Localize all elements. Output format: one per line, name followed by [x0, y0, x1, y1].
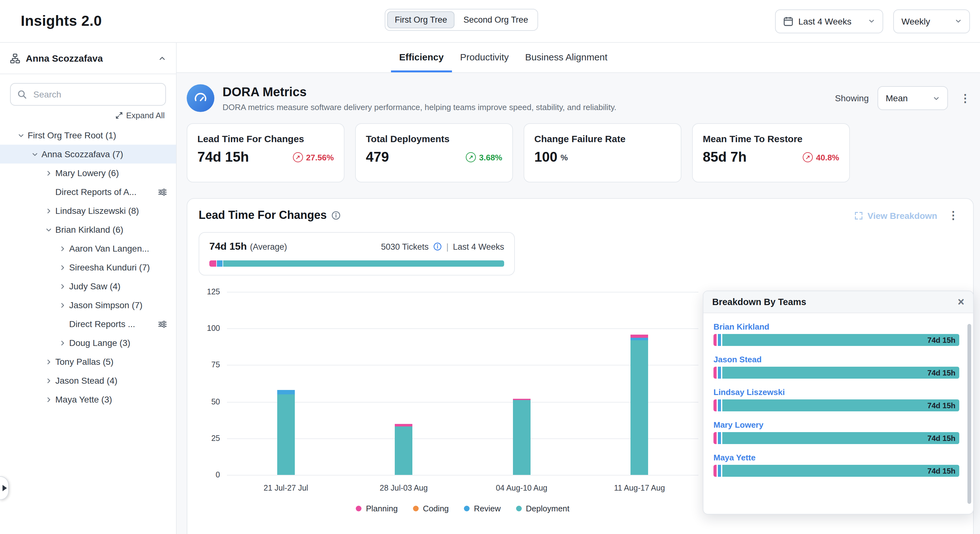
app-title: Insights 2.0 [21, 13, 102, 30]
team-stacked-bar: 74d 15h [713, 334, 959, 346]
tree-item[interactable]: Anna Scozzafava (7) [0, 145, 176, 164]
chevron-right-icon[interactable] [57, 281, 68, 291]
tree-item[interactable]: Brian Kirkland (6) [0, 220, 176, 239]
chevron-down-icon[interactable] [29, 149, 40, 159]
bar-segment-deployment: 74d 15h [722, 465, 959, 477]
summary-divider: | [446, 242, 449, 251]
legend-item: Planning [356, 504, 398, 513]
top-header: Insights 2.0 First Org TreeSecond Org Tr… [0, 0, 980, 43]
x-axis-label: 11 Aug-17 Aug [592, 484, 687, 493]
tree-item[interactable]: Sireesha Kunduri (7) [0, 258, 176, 277]
tree-item[interactable]: First Org Tree Root (1) [0, 126, 176, 145]
legend-label: Coding [423, 504, 449, 513]
tree-item-label: Jason Simpson (7) [69, 300, 142, 310]
y-axis-tick-label: 25 [199, 434, 220, 443]
tree-item[interactable]: Jason Simpson (7) [0, 296, 176, 314]
tree-item[interactable]: Mary Lowery (6) [0, 164, 176, 182]
chevron-down-icon [933, 95, 940, 102]
y-axis-tick-label: 50 [199, 397, 220, 406]
tree-item[interactable]: Direct Reports ... [0, 314, 176, 333]
tab-productivity[interactable]: Productivity [452, 43, 517, 72]
chevron-down-icon[interactable] [15, 130, 26, 140]
chevron-down-icon[interactable] [43, 225, 54, 234]
tree-item[interactable]: Aaron Van Langen... [0, 239, 176, 258]
tree-item-label: Sireesha Kunduri (7) [69, 262, 150, 273]
team-link[interactable]: Brian Kirkland [713, 322, 959, 332]
granularity-select[interactable]: Weekly [893, 9, 970, 33]
metric-value: 74d 15h [197, 149, 249, 166]
metric-cards: Lead Time For Changes74d 15h↗27.56%Total… [187, 123, 974, 182]
chevron-right-icon[interactable] [57, 244, 68, 253]
chevron-right-icon[interactable] [57, 338, 68, 348]
tab-business-alignment[interactable]: Business Alignment [517, 43, 616, 72]
info-icon[interactable] [331, 211, 340, 220]
chevron-right-icon[interactable] [43, 168, 54, 178]
lead-time-summary-card: 74d 15h (Average) 5030 Tickets | Last 4 … [199, 232, 515, 276]
sidebar-header[interactable]: Anna Scozzafava [0, 43, 176, 74]
filter-sliders-icon[interactable] [158, 187, 167, 196]
tree-item-label: Doug Lange (3) [69, 338, 130, 348]
chart-bar[interactable] [631, 334, 648, 475]
legend-item: Review [464, 504, 501, 513]
chevron-right-icon[interactable] [43, 206, 54, 216]
view-breakdown-button[interactable]: View Breakdown [854, 210, 937, 220]
chevron-right-icon[interactable] [43, 357, 54, 367]
kebab-menu-icon[interactable]: ⋮ [957, 91, 974, 105]
metric-title: Mean Time To Restore [703, 133, 839, 144]
tree-item-label: Lindsay Liszewski (8) [55, 206, 139, 216]
chevron-up-icon[interactable] [158, 54, 166, 62]
date-range-value: Last 4 Weeks [798, 16, 851, 26]
granularity-value: Weekly [901, 16, 930, 26]
bar-segment-deployment: 74d 15h [722, 399, 959, 411]
tree-item[interactable]: Direct Reports of A... [0, 182, 176, 201]
body-row: Anna Scozzafava Expand All First Org Tre… [0, 43, 980, 534]
summary-meta: 5030 Tickets | Last 4 Weeks [381, 242, 504, 251]
team-link[interactable]: Jason Stead [713, 355, 959, 364]
metric-card: Lead Time For Changes74d 15h↗27.56% [187, 123, 344, 182]
info-icon[interactable] [433, 242, 442, 251]
bar-segment-planning [713, 334, 717, 346]
team-value: 74d 15h [928, 336, 956, 344]
chart-bar[interactable] [395, 424, 413, 475]
chevron-right-icon[interactable] [57, 262, 68, 273]
tree-item[interactable]: Lindsay Liszewski (8) [0, 201, 176, 220]
tree-item[interactable]: Maya Yette (3) [0, 390, 176, 409]
scrollbar-thumb[interactable] [967, 324, 971, 504]
org-tree-option-1[interactable]: First Org Tree [387, 11, 455, 28]
gridline [227, 292, 698, 292]
tree-item[interactable]: Judy Saw (4) [0, 277, 176, 296]
team-link[interactable]: Lindsay Liszewski [713, 387, 959, 397]
tree-item[interactable]: Doug Lange (3) [0, 333, 176, 352]
chevron-right-icon[interactable] [43, 376, 54, 386]
kebab-menu-icon[interactable]: ⋮ [945, 209, 962, 222]
chart-bar[interactable] [277, 390, 295, 475]
chevron-right-icon[interactable] [57, 300, 68, 310]
bar-segment-review [718, 367, 721, 379]
summary-row: 74d 15h (Average) 5030 Tickets | Last 4 … [209, 241, 504, 252]
showing-select[interactable]: Mean [878, 86, 948, 110]
header-controls: Last 4 Weeks Weekly [775, 9, 974, 33]
org-tree-option-2[interactable]: Second Org Tree [456, 11, 536, 28]
tree-item[interactable]: Jason Stead (4) [0, 371, 176, 390]
team-link[interactable]: Maya Yette [713, 453, 959, 462]
chevron-right-icon[interactable] [43, 394, 54, 405]
metric-title: Change Failure Rate [534, 133, 671, 144]
legend-dot [413, 506, 418, 512]
summary-stacked-bar [209, 260, 504, 267]
metric-card: Mean Time To Restore85d 7h↗40.8% [692, 123, 850, 182]
tree-item[interactable]: Tony Pallas (5) [0, 352, 176, 371]
search-input[interactable] [10, 83, 166, 106]
date-range-select[interactable]: Last 4 Weeks [775, 9, 883, 33]
chart-bar[interactable] [513, 399, 531, 475]
summary-tickets: 5030 Tickets [381, 242, 429, 251]
lead-time-title-row: Lead Time For Changes [199, 209, 340, 222]
filter-sliders-icon[interactable] [158, 319, 167, 328]
tab-efficiency[interactable]: Efficiency [391, 43, 452, 72]
legend-label: Deployment [526, 504, 570, 513]
expand-all-button[interactable]: Expand All [0, 108, 176, 126]
team-link[interactable]: Mary Lowery [713, 420, 959, 430]
app-root: Insights 2.0 First Org TreeSecond Org Tr… [0, 0, 980, 534]
close-icon[interactable]: × [958, 296, 964, 308]
lead-time-actions: View Breakdown ⋮ [854, 209, 962, 222]
chevron-placeholder [57, 319, 68, 329]
